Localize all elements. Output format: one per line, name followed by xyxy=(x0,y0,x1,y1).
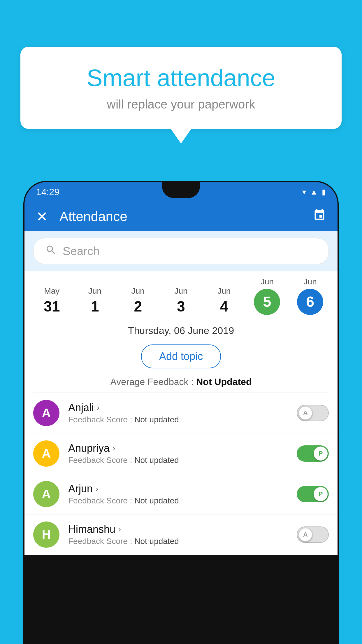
status-bar: 14:29 ▾ ▲ ▮ xyxy=(24,182,338,202)
average-feedback: Average Feedback : Not Updated xyxy=(24,374,338,393)
toggle-anupriya[interactable]: P xyxy=(297,445,329,462)
wifi-icon: ▾ xyxy=(302,188,306,197)
calendar-icon[interactable] xyxy=(313,209,326,224)
date-strip: May 31 Jun 1 Jun 2 Jun 3 Jun 4 xyxy=(24,271,338,318)
battery-icon: ▮ xyxy=(322,188,326,197)
student-info-arjun: Arjun › Feedback Score : Not updated xyxy=(68,483,297,505)
student-item-anupriya: A Anupriya › Feedback Score : Not update… xyxy=(24,433,338,474)
feedback-himanshu: Feedback Score : Not updated xyxy=(68,537,297,546)
avg-feedback-label: Average Feedback : xyxy=(110,377,196,387)
student-name-anjali[interactable]: Anjali › xyxy=(68,402,297,414)
student-item-arjun: A Arjun › Feedback Score : Not updated P xyxy=(24,474,338,514)
bubble-title: Smart attendance xyxy=(44,64,318,92)
signal-icon: ▲ xyxy=(310,188,318,197)
student-info-anupriya: Anupriya › Feedback Score : Not updated xyxy=(68,442,297,465)
bubble-subtitle: will replace your paperwork xyxy=(44,97,318,111)
avatar-anupriya: A xyxy=(33,440,59,467)
date-cell-jun5[interactable]: Jun 5 xyxy=(246,277,289,318)
notch xyxy=(162,182,200,198)
search-bar-container: Search xyxy=(24,231,338,271)
search-icon xyxy=(45,244,57,258)
app-bar: ✕ Attendance xyxy=(24,202,338,231)
date-cell-jun6[interactable]: Jun 6 xyxy=(289,277,332,318)
attendance-toggle-arjun[interactable]: P xyxy=(297,486,329,502)
date-cell-may31[interactable]: May 31 xyxy=(30,286,73,318)
attendance-toggle-anjali[interactable]: A xyxy=(297,405,329,421)
date-cell-jun2[interactable]: Jun 2 xyxy=(116,286,159,318)
feedback-anupriya: Feedback Score : Not updated xyxy=(68,456,297,465)
selected-date-text: Thursday, 06 June 2019 xyxy=(128,325,234,336)
feedback-anjali: Feedback Score : Not updated xyxy=(68,415,297,424)
status-icons: ▾ ▲ ▮ xyxy=(302,188,326,197)
avatar-anjali: A xyxy=(33,400,59,426)
date-cell-jun1[interactable]: Jun 1 xyxy=(73,286,117,318)
app-bar-title: Attendance xyxy=(59,209,313,224)
attendance-toggle-himanshu[interactable]: A xyxy=(297,526,329,543)
speech-bubble-tail xyxy=(171,129,191,144)
phone-content: Search May 31 Jun 1 Jun 2 Jun xyxy=(24,231,338,555)
add-topic-button[interactable]: Add topic xyxy=(141,344,221,368)
phone-frame: 14:29 ▾ ▲ ▮ ✕ Attendance xyxy=(23,181,339,644)
feedback-arjun: Feedback Score : Not updated xyxy=(68,496,297,505)
toggle-anjali[interactable]: A xyxy=(297,405,329,421)
toggle-himanshu[interactable]: A xyxy=(297,526,329,543)
toggle-arjun[interactable]: P xyxy=(297,486,329,502)
student-info-himanshu: Himanshu › Feedback Score : Not updated xyxy=(68,523,297,546)
add-topic-container: Add topic xyxy=(24,339,338,374)
avatar-himanshu: H xyxy=(33,522,59,548)
close-button[interactable]: ✕ xyxy=(36,208,48,225)
date-cell-jun3[interactable]: Jun 3 xyxy=(159,286,203,318)
phone-inner: 14:29 ▾ ▲ ▮ ✕ Attendance xyxy=(24,182,338,643)
student-info-anjali: Anjali › Feedback Score : Not updated xyxy=(68,402,297,424)
selected-date-info: Thursday, 06 June 2019 xyxy=(24,318,338,339)
search-bar[interactable]: Search xyxy=(33,238,329,264)
chevron-icon: › xyxy=(113,444,115,453)
speech-bubble-container: Smart attendance will replace your paper… xyxy=(20,47,342,144)
avatar-arjun: A xyxy=(33,481,59,507)
student-name-himanshu[interactable]: Himanshu › xyxy=(68,523,297,536)
search-placeholder: Search xyxy=(63,245,100,258)
chevron-icon: › xyxy=(97,403,99,412)
attendance-toggle-anupriya[interactable]: P xyxy=(297,445,329,462)
speech-bubble: Smart attendance will replace your paper… xyxy=(20,47,342,129)
avg-feedback-value: Not Updated xyxy=(196,377,252,387)
student-list: A Anjali › Feedback Score : Not updated … xyxy=(24,393,338,555)
student-item-anjali: A Anjali › Feedback Score : Not updated … xyxy=(24,393,338,433)
chevron-icon: › xyxy=(96,484,98,494)
status-time: 14:29 xyxy=(36,187,59,197)
student-name-anupriya[interactable]: Anupriya › xyxy=(68,442,297,454)
student-name-arjun[interactable]: Arjun › xyxy=(68,483,297,495)
date-cell-jun4[interactable]: Jun 4 xyxy=(203,286,246,318)
chevron-icon: › xyxy=(118,525,121,534)
student-item-himanshu: H Himanshu › Feedback Score : Not update… xyxy=(24,514,338,555)
